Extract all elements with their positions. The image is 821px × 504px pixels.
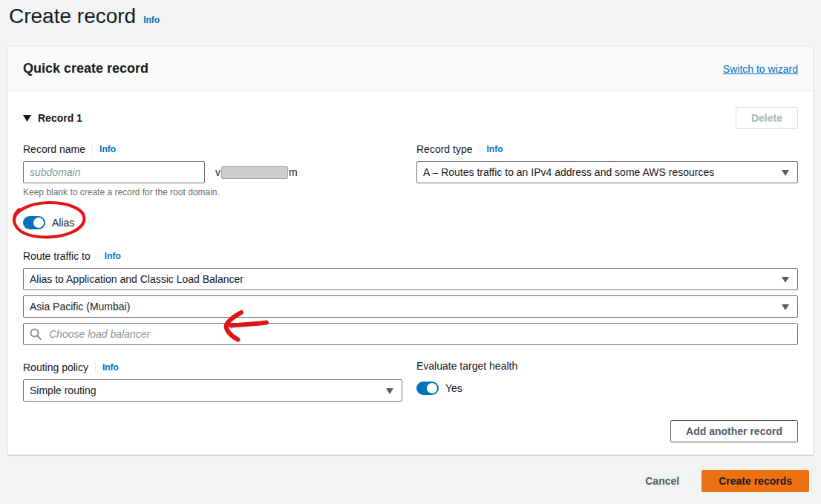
record-type-label: Record type [416, 143, 472, 155]
switch-to-wizard-link[interactable]: Switch to wizard [723, 63, 798, 75]
routing-policy-label-row: Routing policy Info [23, 360, 416, 375]
record-type-info-link[interactable]: Info [486, 144, 503, 154]
alias-toggle[interactable] [23, 216, 45, 229]
evaluate-target-health-toggle[interactable] [416, 382, 439, 395]
add-another-record-button[interactable]: Add another record [670, 420, 798, 442]
domain-prefix: v [215, 166, 220, 178]
record-type-label-row: Record type Info [416, 142, 798, 157]
chevron-down-icon [782, 170, 789, 176]
label-divider [92, 144, 93, 154]
routing-row: Routing policy Info Simple routing Evalu… [23, 360, 798, 402]
record-name-field: Record name Info v m Keep blank to creat… [23, 142, 416, 197]
delete-button[interactable]: Delete [736, 107, 798, 129]
endpoint-select[interactable]: Alias to Application and Classic Load Ba… [23, 268, 798, 290]
route-traffic-label-row: Route traffic to Info [23, 249, 798, 264]
redacted-domain [221, 166, 288, 179]
page-info-link[interactable]: Info [143, 15, 160, 25]
create-record-page: Create record Info Quick create record S… [0, 0, 821, 504]
routing-policy-info-link[interactable]: Info [102, 362, 119, 373]
page-title: Create record [9, 4, 136, 28]
record-name-helper: Keep blank to create a record for the ro… [23, 187, 416, 197]
create-records-button[interactable]: Create records [701, 470, 809, 492]
alias-label: Alias [52, 217, 74, 229]
card-title: Quick create record [23, 61, 148, 76]
region-select[interactable]: Asia Pacific (Mumbai) [23, 295, 798, 318]
caret-down-icon [23, 115, 31, 122]
record-name-label-row: Record name Info [23, 142, 416, 157]
card-body: Record 1 Delete Record name Info v [8, 91, 813, 457]
domain-suffix-display: v m [215, 166, 298, 179]
record-header-row: Record 1 Delete [23, 106, 798, 130]
route-traffic-label: Route traffic to [23, 250, 91, 262]
routing-policy-field: Routing policy Info Simple routing [23, 360, 416, 402]
toggle-knob [427, 383, 437, 393]
record-name-input-row: v m [23, 161, 416, 183]
card-footer: Add another record [23, 420, 798, 442]
record-title: Record 1 [38, 112, 82, 124]
load-balancer-search [23, 323, 798, 345]
evaluate-target-health-value: Yes [445, 382, 462, 394]
record-name-info-link[interactable]: Info [99, 144, 116, 154]
chevron-down-icon [782, 277, 789, 283]
endpoint-value: Alias to Application and Classic Load Ba… [30, 273, 243, 285]
quick-create-record-card: Quick create record Switch to wizard Rec… [7, 46, 814, 455]
routing-policy-value: Simple routing [30, 384, 97, 396]
page-actions: Cancel Create records [645, 470, 809, 492]
route-traffic-info-link[interactable]: Info [105, 251, 121, 261]
region-value: Asia Pacific (Mumbai) [30, 301, 130, 312]
chevron-down-icon [782, 304, 789, 310]
record-type-select[interactable]: A – Routes traffic to an IPv4 address an… [416, 161, 798, 183]
record-name-label: Record name [23, 143, 85, 155]
routing-policy-label: Routing policy [23, 361, 88, 373]
alias-toggle-row: Alias [23, 216, 798, 229]
evaluate-target-health-label: Evaluate target health [416, 360, 798, 375]
evaluate-target-health-field: Evaluate target health Yes [416, 360, 798, 402]
page-header: Create record Info [9, 4, 160, 28]
toggle-knob [33, 217, 44, 228]
label-divider [97, 251, 98, 261]
domain-suffix: m [289, 166, 298, 178]
evaluate-target-health-row: Yes [416, 382, 798, 395]
record-type-value: A – Routes traffic to an IPv4 address an… [423, 166, 714, 178]
load-balancer-input[interactable] [48, 327, 791, 341]
record-type-field: Record type Info A – Routes traffic to a… [416, 142, 798, 197]
routing-policy-select[interactable]: Simple routing [23, 379, 402, 402]
label-divider [95, 362, 96, 373]
search-icon [30, 328, 42, 340]
record-name-input[interactable] [23, 161, 205, 183]
record-expander[interactable]: Record 1 [23, 112, 82, 124]
name-type-row: Record name Info v m Keep blank to creat… [23, 142, 798, 197]
cancel-button[interactable]: Cancel [645, 475, 679, 487]
chevron-down-icon [386, 388, 393, 394]
label-divider [479, 144, 480, 154]
card-header: Quick create record Switch to wizard [8, 47, 813, 91]
